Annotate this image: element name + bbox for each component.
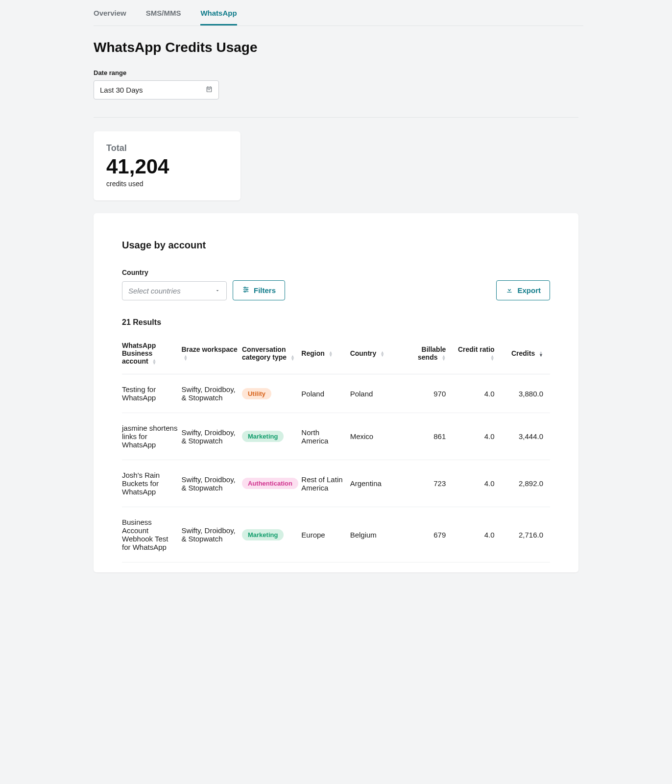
col-region[interactable]: Region ▲▼	[301, 335, 350, 374]
date-range-label: Date range	[94, 69, 583, 76]
cell-type: Authentication	[242, 460, 301, 507]
sort-icon: ▲▼	[380, 351, 384, 357]
tab-whatsapp[interactable]: WhatsApp	[200, 9, 237, 25]
col-sends[interactable]: Billable sends ▲▼	[404, 335, 453, 374]
col-account-label: WhatsApp Business account	[122, 342, 156, 365]
sort-icon: ▲▼	[183, 355, 188, 361]
cell-workspace: Swifty, Droidboy, & Stopwatch	[181, 374, 242, 413]
total-sub: credits used	[106, 180, 228, 188]
col-region-label: Region	[301, 349, 324, 357]
cell-workspace: Swifty, Droidboy, & Stopwatch	[181, 507, 242, 563]
cell-ratio: 4.0	[453, 413, 501, 460]
cell-country: Mexico	[350, 413, 404, 460]
cell-sends: 679	[404, 507, 453, 563]
cell-credits: 3,444.0	[502, 413, 550, 460]
category-pill: Authentication	[242, 478, 298, 489]
cell-country: Belgium	[350, 507, 404, 563]
sort-icon: ▲▼	[329, 351, 333, 357]
svg-point-1	[244, 287, 246, 289]
results-count: 21 Results	[122, 318, 550, 327]
cell-region: North America	[301, 413, 350, 460]
cell-credits: 2,716.0	[502, 507, 550, 563]
usage-table: WhatsApp Business account ▲▼ Braze works…	[122, 335, 550, 563]
cell-ratio: 4.0	[453, 374, 501, 413]
filters-icon	[242, 286, 250, 295]
cell-sends: 861	[404, 413, 453, 460]
col-credits[interactable]: Credits ▲▼	[502, 335, 550, 374]
cell-ratio: 4.0	[453, 460, 501, 507]
cell-credits: 2,892.0	[502, 460, 550, 507]
total-label: Total	[106, 143, 228, 153]
sort-icon: ▲▼	[441, 355, 446, 361]
section-title: Usage by account	[122, 240, 550, 251]
category-pill: Utility	[242, 388, 271, 399]
cell-account: Josh's Rain Buckets for WhatsApp	[122, 460, 181, 507]
svg-point-5	[244, 291, 246, 293]
col-ratio-label: Credit ratio	[458, 345, 495, 353]
cell-workspace: Swifty, Droidboy, & Stopwatch	[181, 460, 242, 507]
svg-point-3	[246, 289, 248, 291]
tab-overview[interactable]: Overview	[94, 9, 126, 25]
cell-account: jasmine shortens links for WhatsApp	[122, 413, 181, 460]
cell-type: Utility	[242, 374, 301, 413]
date-range-value: Last 30 Days	[100, 86, 143, 94]
table-row: jasmine shortens links for WhatsAppSwift…	[122, 413, 550, 460]
table-row: Josh's Rain Buckets for WhatsAppSwifty, …	[122, 460, 550, 507]
filters-button[interactable]: Filters	[233, 280, 285, 300]
col-type[interactable]: Conversation category type ▲▼	[242, 335, 301, 374]
sort-icon: ▲▼	[490, 355, 495, 361]
tab-sms-mms[interactable]: SMS/MMS	[146, 9, 181, 25]
country-label: Country	[122, 269, 550, 276]
cell-region: Rest of Latin America	[301, 460, 350, 507]
category-pill: Marketing	[242, 529, 284, 540]
divider	[94, 117, 578, 118]
cell-account: Testing for WhatsApp	[122, 374, 181, 413]
cell-type: Marketing	[242, 507, 301, 563]
calendar-icon	[206, 86, 213, 94]
tabs: Overview SMS/MMS WhatsApp	[94, 0, 583, 26]
col-account[interactable]: WhatsApp Business account ▲▼	[122, 335, 181, 374]
country-select[interactable]: Select countries	[122, 281, 227, 300]
col-workspace[interactable]: Braze workspace ▲▼	[181, 335, 242, 374]
cell-country: Argentina	[350, 460, 404, 507]
cell-credits: 3,880.0	[502, 374, 550, 413]
country-placeholder: Select countries	[128, 287, 181, 295]
col-country-label: Country	[350, 349, 377, 357]
cell-region: Europe	[301, 507, 350, 563]
category-pill: Marketing	[242, 431, 284, 442]
col-ratio[interactable]: Credit ratio ▲▼	[453, 335, 501, 374]
filters-label: Filters	[254, 286, 276, 294]
cell-type: Marketing	[242, 413, 301, 460]
date-range-input[interactable]: Last 30 Days	[94, 80, 219, 99]
cell-sends: 970	[404, 374, 453, 413]
cell-ratio: 4.0	[453, 507, 501, 563]
col-type-label: Conversation category type	[242, 345, 287, 361]
cell-region: Poland	[301, 374, 350, 413]
col-credits-label: Credits	[511, 349, 535, 357]
export-label: Export	[517, 286, 541, 294]
col-workspace-label: Braze workspace	[181, 345, 237, 353]
total-value: 41,204	[106, 155, 228, 178]
page-title: WhatsApp Credits Usage	[94, 40, 583, 55]
sort-icon: ▲▼	[290, 355, 295, 361]
controls-row: Select countries Filters Export	[122, 280, 550, 300]
sort-icon: ▲▼	[539, 351, 543, 357]
export-button[interactable]: Export	[496, 280, 550, 300]
cell-account: Business Account Webhook Test for WhatsA…	[122, 507, 181, 563]
cell-sends: 723	[404, 460, 453, 507]
sort-icon: ▲▼	[152, 359, 157, 365]
total-card: Total 41,204 credits used	[94, 131, 240, 200]
cell-country: Poland	[350, 374, 404, 413]
table-row: Testing for WhatsAppSwifty, Droidboy, & …	[122, 374, 550, 413]
table-row: Business Account Webhook Test for WhatsA…	[122, 507, 550, 563]
usage-card: Usage by account Country Select countrie…	[94, 213, 578, 572]
cell-workspace: Swifty, Droidboy, & Stopwatch	[181, 413, 242, 460]
download-icon	[505, 286, 513, 295]
col-country[interactable]: Country ▲▼	[350, 335, 404, 374]
chevron-down-icon	[215, 287, 220, 295]
